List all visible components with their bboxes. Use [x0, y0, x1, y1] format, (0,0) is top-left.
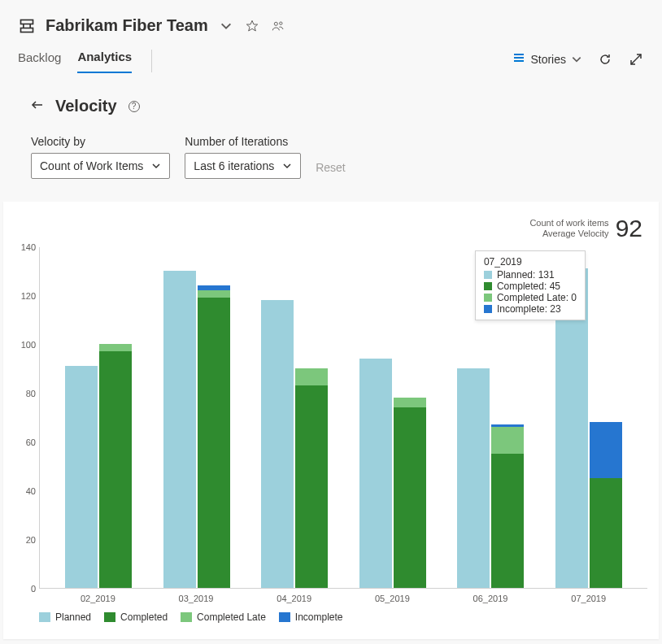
bar-stack[interactable] — [295, 368, 328, 588]
chevron-down-icon — [151, 161, 161, 171]
summary-value: 92 — [616, 215, 642, 242]
tooltip-row: Completed Late: 0 — [484, 292, 577, 303]
svg-rect-0 — [21, 20, 33, 24]
tabs: Backlog Analytics — [18, 50, 152, 73]
tooltip-swatch — [484, 294, 492, 302]
y-tick: 60 — [26, 437, 36, 447]
tooltip-row: Incomplete: 23 — [484, 303, 577, 315]
bar-stack[interactable] — [394, 398, 426, 588]
chevron-down-icon — [571, 54, 582, 65]
y-tick: 100 — [21, 340, 36, 350]
y-tick: 80 — [26, 389, 36, 398]
chart-area: 020406080100120140 07_2019 Planned: 131C… — [15, 247, 647, 589]
back-arrow-icon[interactable] — [31, 98, 44, 114]
svg-point-5 — [274, 22, 277, 25]
swatch-completed-late — [181, 612, 192, 622]
legend-completed-late: Completed Late — [181, 611, 266, 623]
velocity-by-select[interactable]: Count of Work Items — [31, 153, 170, 179]
tooltip-label: Incomplete: 23 — [497, 303, 561, 315]
title-row: Velocity ? — [31, 97, 631, 115]
team-row: Fabrikam Fiber Team — [18, 16, 644, 35]
tooltip-row: Planned: 131 — [484, 269, 577, 281]
chart-legend: Planned Completed Completed Late Incompl… — [39, 611, 647, 623]
bar-planned[interactable] — [261, 300, 294, 588]
bar-stack[interactable] — [99, 344, 132, 588]
iterations-group: Number of Iterations Last 6 iterations — [185, 135, 301, 179]
iteration-group — [148, 247, 246, 588]
tooltip-label: Completed Late: 0 — [497, 292, 577, 303]
chart-plot[interactable]: 07_2019 Planned: 131Completed: 45Complet… — [39, 247, 647, 589]
tooltip-label: Completed: 45 — [497, 281, 560, 292]
stories-dropdown[interactable]: Stories — [512, 51, 582, 67]
x-tick: 03_2019 — [147, 594, 246, 603]
tooltip-swatch — [484, 305, 492, 313]
page-title: Velocity — [55, 97, 117, 115]
iterations-label: Number of Iterations — [185, 135, 301, 148]
tab-analytics[interactable]: Analytics — [77, 50, 132, 73]
tooltip-label: Planned: 131 — [497, 269, 555, 281]
swatch-completed — [104, 612, 115, 622]
y-tick: 140 — [21, 242, 36, 252]
x-tick: 02_2019 — [49, 594, 147, 603]
fullscreen-icon[interactable] — [628, 51, 644, 67]
favorite-star-icon[interactable] — [244, 18, 260, 34]
pivot-row: Backlog Analytics Stories — [18, 50, 644, 74]
x-tick: 07_2019 — [539, 594, 638, 603]
y-tick: 0 — [31, 584, 36, 594]
iterations-select[interactable]: Last 6 iterations — [185, 153, 301, 179]
refresh-icon[interactable] — [597, 51, 613, 67]
tooltip-swatch — [484, 282, 492, 290]
x-axis: 02_201903_201904_201905_201906_201907_20… — [39, 589, 647, 603]
tooltip-title: 07_2019 — [484, 256, 577, 268]
svg-marker-4 — [246, 20, 257, 31]
y-tick: 120 — [21, 291, 36, 301]
right-tools: Stories — [512, 51, 644, 72]
tooltip-swatch — [484, 271, 492, 279]
stories-icon — [512, 51, 525, 67]
iterations-value: Last 6 iterations — [194, 159, 274, 172]
iteration-group — [344, 247, 442, 588]
iteration-group — [50, 247, 148, 588]
y-tick: 40 — [26, 486, 36, 496]
help-icon[interactable]: ? — [128, 101, 140, 112]
legend-incomplete: Incomplete — [279, 611, 343, 623]
bar-stack[interactable] — [198, 285, 230, 588]
y-axis: 020406080100120140 — [15, 247, 39, 589]
card-top: Count of work items Average Velocity 92 — [15, 213, 647, 247]
summary-line1: Count of work items — [529, 218, 608, 228]
x-tick: 06_2019 — [442, 594, 540, 603]
velocity-by-group: Velocity by Count of Work Items — [31, 135, 170, 179]
swatch-incomplete — [279, 612, 290, 622]
iteration-group — [246, 247, 344, 588]
y-tick: 20 — [26, 535, 36, 545]
reset-button[interactable]: Reset — [316, 161, 346, 179]
velocity-by-label: Velocity by — [31, 135, 170, 148]
legend-planned: Planned — [39, 611, 91, 623]
summary-labels: Count of work items Average Velocity — [529, 218, 608, 239]
bar-planned[interactable] — [359, 359, 392, 588]
team-name: Fabrikam Fiber Team — [46, 16, 208, 35]
chevron-down-icon — [282, 161, 292, 171]
tooltip-row: Completed: 45 — [484, 281, 577, 292]
bar-planned[interactable] — [163, 271, 196, 588]
x-tick: 05_2019 — [343, 594, 442, 603]
x-tick: 04_2019 — [245, 594, 343, 603]
controls-row: Velocity by Count of Work Items Number o… — [31, 135, 631, 179]
chart-tooltip: 07_2019 Planned: 131Completed: 45Complet… — [475, 250, 586, 320]
tab-backlog[interactable]: Backlog — [18, 50, 61, 73]
bar-planned[interactable] — [457, 368, 490, 588]
bar-planned[interactable] — [65, 366, 98, 588]
legend-completed: Completed — [104, 611, 168, 623]
tab-divider — [151, 50, 152, 72]
stories-label: Stories — [530, 53, 566, 66]
summary-line2: Average Velocity — [529, 228, 608, 239]
bar-stack[interactable] — [491, 424, 524, 588]
velocity-by-value: Count of Work Items — [40, 159, 143, 172]
svg-point-6 — [279, 22, 281, 24]
chart-card: Count of work items Average Velocity 92 … — [3, 202, 659, 639]
team-logo-icon — [18, 18, 36, 34]
svg-rect-1 — [21, 28, 33, 32]
bar-stack[interactable] — [590, 422, 622, 588]
team-picker-chevron[interactable] — [218, 18, 234, 34]
team-members-icon[interactable] — [270, 18, 286, 34]
